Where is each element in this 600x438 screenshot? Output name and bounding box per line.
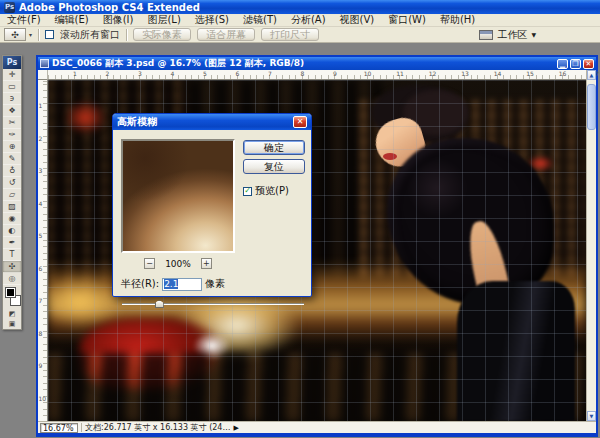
menu-2[interactable]: 图像(I): [96, 14, 141, 27]
dialog-title: 高斯模糊: [117, 115, 157, 129]
menu-9[interactable]: 帮助(H): [433, 14, 482, 27]
radius-slider[interactable]: [122, 300, 304, 308]
fit-screen-button[interactable]: 适合屏幕: [197, 28, 255, 41]
separator: [81, 423, 82, 432]
blur-preview-frame[interactable]: [121, 139, 235, 253]
lasso-tool[interactable]: ϶: [3, 93, 21, 105]
hand-tool[interactable]: ✣: [3, 261, 21, 273]
workspace-label: 工作区: [497, 28, 527, 42]
menu-7[interactable]: 视图(V): [333, 14, 382, 27]
separator: [38, 29, 39, 41]
rectangular-marquee-tool[interactable]: ▭: [3, 81, 21, 93]
separator: [126, 29, 127, 41]
status-options-arrow[interactable]: ▶: [233, 424, 238, 432]
history-brush-tool[interactable]: ↺: [3, 177, 21, 189]
v-ruler-tick: 1: [39, 102, 43, 109]
brush-tool[interactable]: ✎: [3, 153, 21, 165]
v-ruler-tick: 9: [39, 362, 43, 369]
h-ruler-tick: 4: [171, 70, 175, 77]
workspace-switcher[interactable]: 工作区 ▼: [479, 28, 596, 42]
tool-preset-caret-icon[interactable]: ▾: [29, 31, 32, 38]
dodge-tool[interactable]: ◐: [3, 225, 21, 237]
eyedropper-tool[interactable]: ✑: [3, 129, 21, 141]
doc-close-button[interactable]: ✕: [583, 59, 594, 69]
scroll-all-windows-label: 滚动所有窗口: [60, 28, 120, 42]
h-ruler-tick: 8: [301, 70, 305, 77]
preview-checkbox[interactable]: ✓: [243, 187, 252, 196]
preview-zoom-out-button[interactable]: −: [144, 258, 155, 269]
h-ruler-tick: 2: [106, 70, 110, 77]
v-ruler-tick: 3: [39, 167, 43, 174]
quick-mask-button[interactable]: ◩: [3, 309, 21, 319]
document-title: DSC_0066 副本 3.psd @ 16.7% (图层 12 副本, RGB…: [52, 57, 304, 70]
slider-thumb[interactable]: [155, 300, 164, 308]
h-ruler-tick: 11: [396, 70, 404, 77]
v-ruler-tick: 6: [39, 264, 43, 271]
crop-tool[interactable]: ✂: [3, 117, 21, 129]
print-size-button[interactable]: 打印尺寸: [261, 28, 319, 41]
ruler-corner: [38, 70, 48, 80]
actual-pixels-button[interactable]: 实际像素: [133, 28, 191, 41]
menu-8[interactable]: 窗口(W): [381, 14, 433, 27]
preview-checkbox-label: 预览(P): [255, 184, 289, 198]
type-tool[interactable]: T: [3, 249, 21, 261]
blur-tool[interactable]: ◉: [3, 213, 21, 225]
scrollbar-thumb[interactable]: [587, 84, 596, 130]
menu-3[interactable]: 图层(L): [140, 14, 187, 27]
slider-track: [122, 303, 304, 305]
eraser-tool[interactable]: ▱: [3, 189, 21, 201]
foreground-color-swatch[interactable]: [6, 288, 15, 297]
toolbox-panel: Ps ✛▭϶❖✂✑⊕✎♁↺▱▨◉◐✒T✣◎ ◩ ▣: [2, 55, 22, 330]
toolbox-ps-logo: Ps: [3, 56, 21, 69]
menu-4[interactable]: 选择(S): [188, 14, 236, 27]
vertical-ruler: 12345678910: [38, 80, 48, 421]
quick-selection-tool[interactable]: ❖: [3, 105, 21, 117]
healing-brush-tool[interactable]: ⊕: [3, 141, 21, 153]
reset-button[interactable]: 复位: [243, 159, 305, 174]
move-tool[interactable]: ✛: [3, 69, 21, 81]
document-titlebar[interactable]: DSC_0066 副本 3.psd @ 16.7% (图层 12 副本, RGB…: [38, 57, 596, 70]
zoom-percent-field[interactable]: 16.67%: [40, 423, 78, 433]
active-tool-chip[interactable]: ✣: [4, 28, 26, 41]
dialog-titlebar[interactable]: 高斯模糊 ✕: [113, 114, 311, 130]
zoom-tool[interactable]: ◎: [3, 273, 21, 285]
background-color-swatch[interactable]: [11, 296, 20, 305]
menu-1[interactable]: 编辑(E): [48, 14, 96, 27]
chevron-down-icon: ▼: [531, 31, 536, 38]
screen-mode-button[interactable]: ▣: [3, 319, 21, 329]
app-title: Adobe Photoshop CS4 Extended: [19, 2, 200, 13]
scroll-all-windows-checkbox[interactable]: [45, 30, 54, 39]
clone-stamp-tool[interactable]: ♁: [3, 165, 21, 177]
pixels-unit-label: 像素: [205, 277, 225, 291]
vertical-scrollbar[interactable]: ▲ ▼: [586, 70, 596, 421]
v-ruler-tick: 7: [39, 297, 43, 304]
v-ruler-tick: 8: [39, 329, 43, 336]
h-ruler-tick: 3: [138, 70, 142, 77]
document-size-readout: 文档:26.717 英寸 x 16.133 英寸 (24…: [85, 422, 230, 433]
preview-zoom-in-button[interactable]: +: [201, 258, 212, 269]
doc-restore-button[interactable]: ❐: [570, 59, 581, 69]
gradient-tool[interactable]: ▨: [3, 201, 21, 213]
menu-0[interactable]: 文件(F): [0, 14, 48, 27]
dialog-close-button[interactable]: ✕: [293, 116, 307, 128]
menu-6[interactable]: 分析(A): [284, 14, 333, 27]
options-bar: ✣ ▾ 滚动所有窗口 实际像素 适合屏幕 打印尺寸 工作区 ▼: [0, 27, 600, 43]
workspace-icon: [479, 30, 493, 40]
app-titlebar: Ps Adobe Photoshop CS4 Extended: [0, 0, 600, 14]
gaussian-blur-dialog: 高斯模糊 ✕ − 100% + 确定 复位 ✓ 预览(P) 半径(R): 2.1…: [112, 113, 312, 297]
h-ruler-tick: 9: [333, 70, 337, 77]
document-statusbar: 16.67% 文档:26.717 英寸 x 16.133 英寸 (24… ▶: [38, 421, 596, 433]
horizontal-ruler: 1234567891011121314151617: [38, 70, 586, 80]
h-ruler-tick: 1: [73, 70, 77, 77]
document-icon: [40, 59, 49, 68]
app-icon: Ps: [4, 2, 15, 13]
v-ruler-tick: 10: [39, 394, 47, 401]
radius-input[interactable]: 2.1: [162, 278, 202, 291]
menu-5[interactable]: 滤镜(T): [236, 14, 284, 27]
doc-minimize-button[interactable]: ▁: [557, 59, 568, 69]
pen-tool[interactable]: ✒: [3, 237, 21, 249]
blur-preview-image: [123, 141, 233, 251]
ok-button[interactable]: 确定: [243, 140, 305, 155]
scroll-up-icon[interactable]: ▲: [587, 70, 596, 80]
scroll-down-icon[interactable]: ▼: [587, 411, 596, 421]
